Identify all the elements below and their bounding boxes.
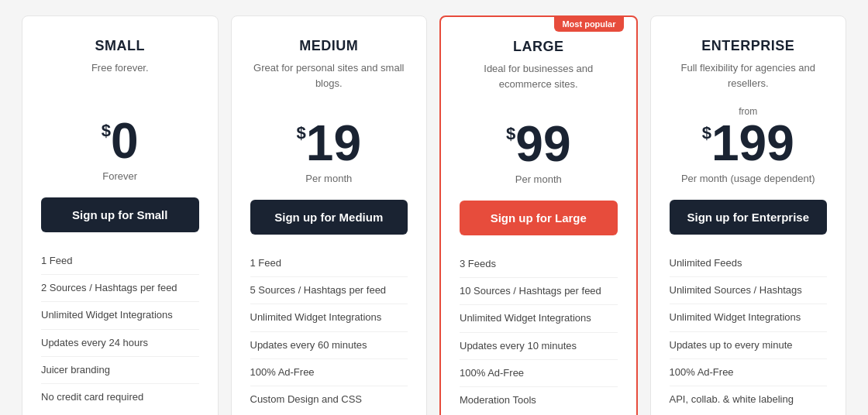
feature-item: 10 Sources / Hashtags per feed — [460, 278, 618, 305]
feature-item: 3 Feeds — [460, 251, 618, 278]
plan-description: Free forever. — [41, 60, 199, 88]
plan-description: Great for personal sites and small blogs… — [250, 60, 408, 91]
feature-item: No credit card required — [41, 384, 199, 410]
price-row: $ 199 — [670, 118, 828, 168]
plan-card-small: SMALL Free forever. $ 0 Forever Sign up … — [22, 15, 219, 415]
feature-item: 100% Ad-Free — [250, 359, 408, 386]
price-period: Forever — [41, 170, 199, 182]
feature-item: Unlimited Widget Integrations — [460, 305, 618, 332]
signup-button-medium[interactable]: Sign up for Medium — [250, 200, 408, 235]
feature-item: Custom Design and CSS — [250, 386, 408, 413]
features-list: 1 Feed5 Sources / Hashtags per feedUnlim… — [250, 250, 408, 414]
feature-item: 1 Feed — [250, 250, 408, 277]
feature-item: Juicer branding — [41, 357, 199, 384]
signup-button-enterprise[interactable]: Sign up for Enterprise — [670, 200, 828, 235]
feature-item: Unlimited Sources / Hashtags — [670, 277, 828, 304]
price-period: Per month (usage dependent) — [670, 173, 828, 184]
price-period: Per month — [250, 173, 408, 184]
feature-item: Updates every 24 hours — [41, 330, 199, 357]
price-dollar-sign: $ — [102, 122, 111, 139]
plan-name: LARGE — [460, 39, 618, 55]
features-list: 1 Feed2 Sources / Hashtags per feedUnlim… — [41, 248, 199, 414]
price-dollar-sign: $ — [297, 125, 306, 142]
plan-card-enterprise: ENTERPRISE Full flexibility for agencies… — [650, 15, 847, 415]
price-dollar-sign: $ — [702, 125, 711, 142]
feature-item: Moderation Tools — [460, 387, 618, 413]
plan-card-medium: MEDIUM Great for personal sites and smal… — [231, 15, 428, 415]
plan-card-large: Most popular LARGE Ideal for businesses … — [439, 15, 638, 415]
price-amount: 0 — [111, 116, 139, 166]
price-block: $ 0 — [41, 104, 199, 166]
feature-item: Updates every 60 minutes — [250, 332, 408, 359]
feature-item: API, collab. & white labeling — [670, 386, 828, 413]
price-block: $ 19 — [250, 106, 408, 168]
most-popular-badge: Most popular — [554, 16, 623, 32]
feature-item: 5 Sources / Hashtags per feed — [250, 277, 408, 304]
signup-button-large[interactable]: Sign up for Large — [460, 201, 618, 235]
feature-item: Updates up to every minute — [670, 332, 828, 359]
signup-button-small[interactable]: Sign up for Small — [41, 197, 199, 232]
price-amount: 19 — [306, 118, 361, 168]
price-block: $ 99 — [460, 107, 618, 169]
plan-name: ENTERPRISE — [670, 38, 828, 54]
feature-item: 2 Sources / Hashtags per feed — [41, 275, 199, 302]
price-dollar-sign: $ — [506, 125, 515, 142]
features-list: 3 Feeds10 Sources / Hashtags per feedUnl… — [460, 251, 618, 413]
price-row: $ 0 — [41, 116, 199, 166]
price-period: Per month — [460, 173, 618, 185]
feature-item: Updates every 10 minutes — [460, 333, 618, 360]
feature-item: Unlimited Widget Integrations — [250, 304, 408, 331]
price-amount: 99 — [515, 119, 570, 169]
plan-description: Full flexibility for agencies and resell… — [670, 60, 828, 91]
price-row: $ 99 — [460, 119, 618, 169]
plan-description: Ideal for businesses and ecommerce sites… — [460, 61, 618, 91]
feature-item: 100% Ad-Free — [670, 359, 828, 386]
features-list: Unlimited FeedsUnlimited Sources / Hasht… — [670, 250, 828, 414]
feature-item: Unlimited Feeds — [670, 250, 828, 277]
feature-item: Unlimited Widget Integrations — [670, 304, 828, 331]
plan-name: SMALL — [41, 38, 199, 54]
price-row: $ 19 — [250, 118, 408, 168]
feature-item: 100% Ad-Free — [460, 360, 618, 387]
plan-name: MEDIUM — [250, 38, 408, 54]
feature-item: Unlimited Widget Integrations — [41, 302, 199, 329]
pricing-container: SMALL Free forever. $ 0 Forever Sign up … — [16, 15, 852, 415]
feature-item: 1 Feed — [41, 248, 199, 275]
price-amount: 199 — [711, 118, 794, 168]
price-block: from $ 199 — [670, 106, 828, 168]
